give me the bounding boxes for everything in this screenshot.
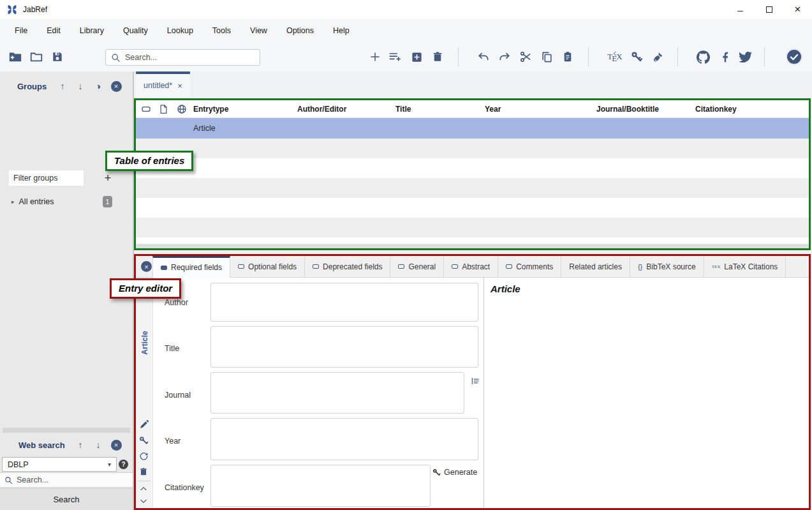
- connection-status-button[interactable]: [785, 48, 803, 66]
- web-search-box[interactable]: [0, 472, 133, 488]
- url-column-icon[interactable]: [177, 104, 187, 114]
- entry-editor-close-icon[interactable]: ×: [141, 261, 152, 272]
- cut-button[interactable]: [518, 49, 533, 64]
- column-citationkey[interactable]: Citationkey: [695, 100, 737, 118]
- close-button[interactable]: ×: [783, 0, 812, 19]
- trash-icon: [432, 51, 443, 63]
- menu-help[interactable]: Help: [323, 19, 359, 42]
- library-tab-close-icon[interactable]: ×: [177, 81, 182, 91]
- facebook-link-button[interactable]: [718, 49, 733, 64]
- journal-info-icon[interactable]: [471, 377, 480, 386]
- fetcher-help-icon[interactable]: ?: [119, 460, 128, 469]
- generate-citationkey-button[interactable]: Generate: [432, 468, 477, 477]
- main-search-input[interactable]: [125, 53, 255, 62]
- author-field[interactable]: [210, 283, 478, 322]
- all-entries-group[interactable]: ▸ All entries 1: [0, 193, 133, 210]
- groups-intersection-toggle-icon[interactable]: ◑: [92, 80, 105, 93]
- save-library-button[interactable]: [50, 49, 65, 64]
- tab-deprecated-fields[interactable]: Deprecated fields: [305, 256, 390, 277]
- new-article-button[interactable]: [409, 49, 424, 64]
- github-link-button[interactable]: [695, 49, 711, 64]
- menu-tools[interactable]: Tools: [203, 19, 240, 42]
- library-tab[interactable]: untitled* ×: [136, 71, 190, 97]
- push-to-latex-button[interactable]: ☇TEX: [605, 49, 625, 64]
- web-search-move-down-icon[interactable]: ↓: [92, 439, 105, 451]
- citationkey-field[interactable]: [210, 465, 431, 507]
- redo-button[interactable]: [497, 49, 512, 64]
- table-annotation: Table of entries: [105, 151, 193, 171]
- table-row[interactable]: [136, 158, 809, 178]
- tex-icon: TEX: [712, 264, 721, 269]
- minimize-button[interactable]: –: [726, 0, 755, 19]
- maximize-icon: [766, 6, 772, 13]
- table-row[interactable]: [136, 218, 809, 237]
- fetcher-select[interactable]: DBLP ▾: [2, 457, 117, 472]
- delete-entry-button[interactable]: [430, 49, 445, 64]
- table-row[interactable]: [136, 237, 809, 244]
- tab-general[interactable]: General: [390, 256, 444, 277]
- next-entry-icon[interactable]: [139, 497, 150, 507]
- cleanup-entries-button[interactable]: [650, 49, 665, 64]
- column-year[interactable]: Year: [485, 100, 501, 118]
- main-search-box[interactable]: [105, 49, 260, 66]
- tab-bibtex-source[interactable]: {} BibTeX source: [630, 256, 704, 277]
- copy-button[interactable]: [539, 49, 554, 64]
- tab-related-articles[interactable]: Related articles: [561, 256, 630, 277]
- delete-entry-icon[interactable]: [139, 467, 150, 478]
- filter-groups-input[interactable]: [9, 170, 84, 186]
- groups-move-up-icon[interactable]: ↑: [56, 80, 69, 93]
- open-library-button[interactable]: [29, 49, 44, 64]
- web-search-button[interactable]: Search: [0, 488, 133, 510]
- tab-comments[interactable]: Comments: [498, 256, 561, 277]
- edit-entry-icon[interactable]: [139, 419, 150, 430]
- groups-move-down-icon[interactable]: ↓: [74, 80, 87, 93]
- column-title[interactable]: Title: [395, 100, 411, 118]
- add-group-button[interactable]: +: [100, 170, 115, 186]
- web-search-close-icon[interactable]: ×: [110, 439, 122, 451]
- column-journal-booktitle[interactable]: Journal/Booktitle: [596, 100, 659, 118]
- table-row[interactable]: [136, 198, 809, 218]
- preview-entry-type: Article: [491, 283, 802, 294]
- tab-latex-citations[interactable]: TEX LaTeX Citations: [704, 256, 786, 277]
- groups-horizontal-scrollbar[interactable]: [3, 428, 130, 433]
- column-author-editor[interactable]: Author/Editor: [297, 100, 346, 118]
- twitter-link-button[interactable]: [737, 49, 753, 64]
- table-row[interactable]: [136, 178, 809, 198]
- expand-icon[interactable]: ▸: [11, 199, 15, 205]
- web-search-move-up-icon[interactable]: ↑: [74, 439, 87, 451]
- generate-key-icon[interactable]: [139, 436, 150, 447]
- table-row-selected[interactable]: Article: [136, 118, 809, 139]
- menu-view[interactable]: View: [240, 19, 277, 42]
- generate-citationkeys-button[interactable]: [629, 49, 644, 64]
- table-row[interactable]: [136, 139, 809, 158]
- new-library-button[interactable]: [8, 49, 23, 64]
- chevron-down-icon: ▾: [108, 461, 111, 468]
- web-search-input[interactable]: [17, 476, 128, 484]
- tab-required-fields[interactable]: Required fields: [152, 256, 230, 278]
- journal-field[interactable]: [210, 372, 464, 414]
- menu-edit[interactable]: Edit: [37, 19, 70, 42]
- menu-library[interactable]: Library: [70, 19, 114, 42]
- maximize-button[interactable]: [755, 0, 783, 19]
- undo-button[interactable]: [476, 49, 491, 64]
- menu-lookup[interactable]: Lookup: [158, 19, 203, 42]
- ranking-column-icon[interactable]: [141, 104, 151, 114]
- previous-entry-icon[interactable]: [139, 484, 150, 495]
- menu-quality[interactable]: Quality: [114, 19, 158, 42]
- paste-button[interactable]: [560, 49, 575, 64]
- new-entry-button[interactable]: [367, 49, 383, 64]
- column-entrytype[interactable]: Entrytype: [193, 100, 228, 118]
- tab-abstract[interactable]: Abstract: [444, 256, 498, 277]
- file-column-icon[interactable]: [159, 104, 168, 114]
- title-field[interactable]: [210, 326, 478, 368]
- entry-editor-tabs: × Required fields Optional fields Deprec…: [136, 256, 809, 278]
- new-entry-from-plaintext-button[interactable]: [387, 49, 402, 64]
- groups-close-icon[interactable]: ×: [110, 80, 122, 93]
- refresh-icon[interactable]: [139, 451, 150, 462]
- table-horizontal-scrollbar[interactable]: [136, 244, 809, 248]
- search-icon: [111, 53, 121, 63]
- menu-options[interactable]: Options: [277, 19, 323, 42]
- menu-file[interactable]: File: [5, 19, 37, 42]
- tab-optional-fields[interactable]: Optional fields: [230, 256, 305, 277]
- year-field[interactable]: [210, 418, 478, 460]
